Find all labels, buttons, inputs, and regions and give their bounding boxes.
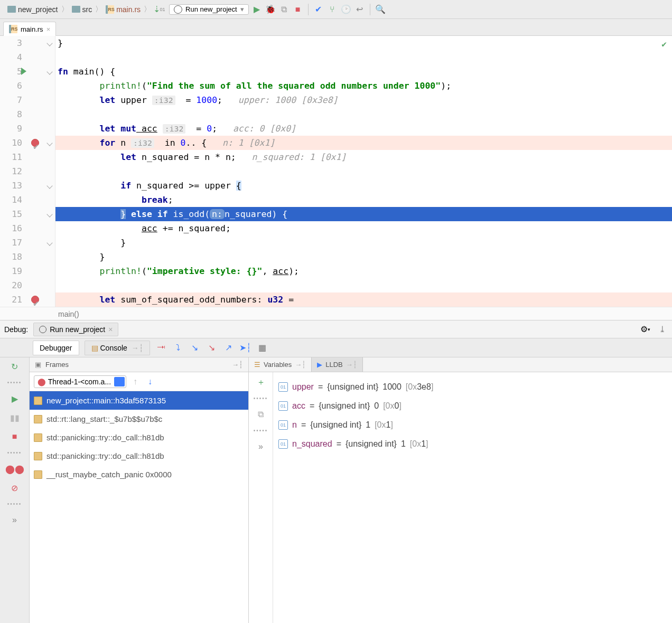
frame-row[interactable]: std::panicking::try::do_call::h81db bbox=[30, 428, 248, 447]
copy-icon[interactable]: ⧉ bbox=[255, 409, 267, 420]
close-icon[interactable]: × bbox=[108, 325, 113, 334]
frame-row[interactable]: new_project::main::h3daf5873135 bbox=[30, 391, 248, 410]
update-project-icon[interactable]: ✔ bbox=[313, 4, 324, 15]
gutter-line: 3 bbox=[0, 36, 55, 50]
gutter-line: 7 bbox=[0, 93, 55, 107]
hide-panel-icon[interactable]: →┆ bbox=[232, 361, 243, 369]
frame-row[interactable]: std::panicking::try::do_call::h81db bbox=[30, 447, 248, 465]
variables-list[interactable]: 01upper = {unsigned int} 1000 [0x3e8] 01… bbox=[273, 372, 672, 623]
gutter-line: 11 bbox=[0, 150, 55, 164]
step-out-icon[interactable]: ↗ bbox=[223, 342, 235, 354]
variable-row: 01acc = {unsigned int} 0 [0x0] bbox=[278, 397, 667, 416]
debug-session-tab[interactable]: Run new_project × bbox=[33, 323, 118, 336]
view-breakpoints-button[interactable]: ⬤⬤ bbox=[9, 463, 21, 475]
gutter-line: 17 bbox=[0, 235, 55, 250]
breakpoint-icon[interactable]: ✔ bbox=[31, 296, 39, 304]
gutter-line: 15 bbox=[0, 207, 55, 221]
main-toolbar: new_project 〉 src 〉 RSmain.rs 〉 ⇣01 Run … bbox=[0, 0, 672, 19]
more-button[interactable]: » bbox=[255, 441, 267, 452]
var-type-icon: 01 bbox=[278, 401, 288, 411]
debug-tool-window-header: Debug: Run new_project × ⚙▾ ⤓ bbox=[0, 320, 672, 338]
code-editor[interactable]: ✔ 3 4 5 6 7 8 9 10✔ 11 12 13 14 15 16 17… bbox=[0, 36, 672, 307]
run-with-coverage-button[interactable]: ⧉ bbox=[278, 4, 290, 15]
run-to-cursor-icon[interactable]: ➤┆ bbox=[240, 342, 251, 354]
variables-side-toolbar: ＋ ••••• ⧉ ••••• » bbox=[249, 372, 273, 623]
gutter-line: 16 bbox=[0, 221, 55, 235]
gutter-line: 4 bbox=[0, 50, 55, 64]
debug-toolbar: Debugger ▤Console →┆ ⭲ ⤵ ↘ ↘ ↗ ➤┆ ▦ bbox=[0, 338, 672, 357]
variable-row: 01upper = {unsigned int} 1000 [0x3e8] bbox=[278, 377, 667, 397]
history-icon[interactable]: 🕑 bbox=[340, 4, 352, 15]
vcs-icon[interactable]: ⑂ bbox=[326, 4, 338, 15]
evaluate-expression-icon[interactable]: ▦ bbox=[257, 342, 268, 354]
download-icon[interactable]: ⤓ bbox=[656, 324, 668, 335]
var-type-icon: 01 bbox=[278, 420, 288, 430]
gutter-line: 6 bbox=[0, 79, 55, 93]
stop-button[interactable]: ■ bbox=[292, 4, 304, 15]
var-type-icon: 01 bbox=[278, 382, 288, 392]
undo-button[interactable]: ↩ bbox=[354, 4, 366, 15]
force-step-into-icon[interactable]: ↘ bbox=[206, 342, 218, 354]
run-line-icon[interactable] bbox=[21, 68, 26, 75]
pause-button[interactable]: ▮▮ bbox=[9, 412, 21, 423]
frame-row[interactable]: std::rt::lang_start::_$u7b$$u7b$c bbox=[30, 410, 248, 428]
gutter-line: 13 bbox=[0, 178, 55, 193]
breakpoint-icon[interactable]: ✔ bbox=[31, 139, 39, 147]
prev-frame-icon[interactable]: ↑ bbox=[129, 376, 141, 388]
chevron-icon: 〉 bbox=[61, 5, 69, 14]
search-icon[interactable]: 🔍 bbox=[375, 4, 386, 15]
rust-config-icon bbox=[39, 326, 46, 333]
gutter-line: 18 bbox=[0, 250, 55, 264]
gutter-line: 9 bbox=[0, 121, 55, 136]
stop-button[interactable]: ■ bbox=[9, 431, 21, 442]
rust-config-icon bbox=[174, 5, 182, 14]
frames-icon: ▣ bbox=[35, 361, 41, 369]
resume-button[interactable]: ▶ bbox=[9, 393, 21, 404]
frames-header: ▣ Frames →┆ bbox=[30, 357, 248, 372]
debug-button[interactable]: 🐞 bbox=[265, 4, 276, 15]
tab-debugger[interactable]: Debugger bbox=[33, 341, 79, 355]
variables-tab[interactable]: ☰Variables →┆ bbox=[249, 357, 311, 372]
rust-file-icon: RS bbox=[106, 5, 114, 14]
debug-title: Debug: bbox=[4, 325, 28, 334]
gear-icon[interactable]: ⚙▾ bbox=[639, 324, 651, 335]
gutter-line: 12 bbox=[0, 164, 55, 178]
show-execution-point-icon[interactable]: ⭲ bbox=[155, 342, 167, 354]
mute-breakpoints-button[interactable]: ⊘ bbox=[9, 482, 21, 494]
add-watch-icon[interactable]: ＋ bbox=[255, 376, 267, 388]
scroll-from-source-icon[interactable]: ⇣01 bbox=[153, 4, 165, 15]
list-icon: ☰ bbox=[254, 361, 260, 369]
gutter-line: 8 bbox=[0, 107, 55, 121]
thread-select[interactable]: ⬤ Thread-1-<com.a... bbox=[34, 375, 126, 388]
close-tab-icon[interactable]: × bbox=[46, 25, 51, 33]
tab-console[interactable]: ▤Console →┆ bbox=[85, 341, 150, 355]
run-button[interactable]: ▶ bbox=[251, 4, 263, 15]
chevron-icon: 〉 bbox=[95, 5, 102, 14]
more-button[interactable]: » bbox=[9, 514, 21, 526]
editor-tab-bar: RS main.rs × bbox=[0, 19, 672, 36]
rerun-button[interactable]: ↻ bbox=[9, 361, 21, 372]
frames-list[interactable]: new_project::main::h3daf5873135 std::rt:… bbox=[30, 391, 248, 623]
breadcrumb-project[interactable]: new_project bbox=[5, 4, 60, 15]
run-configuration-select[interactable]: Run new_project ▾ bbox=[169, 4, 249, 15]
next-frame-icon[interactable]: ↓ bbox=[144, 376, 156, 388]
variables-header: ☰Variables →┆ ▶LLDB →┆ bbox=[249, 357, 672, 372]
step-into-icon[interactable]: ↘ bbox=[189, 342, 201, 354]
execution-line: } else if is_odd(n:n_squared) { bbox=[55, 207, 672, 221]
console-icon: ▤ bbox=[91, 344, 98, 352]
separator bbox=[308, 4, 309, 15]
code-area[interactable]: } fn main() { println!("Find the sum of … bbox=[55, 36, 672, 307]
editor-member-breadcrumb[interactable]: main() bbox=[0, 307, 672, 320]
frame-icon bbox=[34, 415, 42, 423]
breadcrumb-file[interactable]: RSmain.rs bbox=[104, 4, 143, 15]
editor-tab-main-rs[interactable]: RS main.rs × bbox=[3, 22, 56, 36]
folder-icon bbox=[72, 6, 80, 13]
step-over-icon[interactable]: ⤵ bbox=[172, 342, 184, 354]
breadcrumb-folder[interactable]: src bbox=[70, 4, 95, 15]
debug-body: ↻ ••••• ▶ ▮▮ ■ ••••• ⬤⬤ ⊘ ••••• » ▣ Fram… bbox=[0, 357, 672, 623]
frame-row[interactable]: __rust_maybe_catch_panic 0x0000 bbox=[30, 465, 248, 484]
lldb-tab[interactable]: ▶LLDB →┆ bbox=[311, 357, 363, 372]
separator bbox=[370, 4, 370, 15]
editor-gutter[interactable]: 3 4 5 6 7 8 9 10✔ 11 12 13 14 15 16 17 1… bbox=[0, 36, 55, 307]
frames-panel: ▣ Frames →┆ ⬤ Thread-1-<com.a... ↑ ↓ new… bbox=[30, 357, 249, 623]
